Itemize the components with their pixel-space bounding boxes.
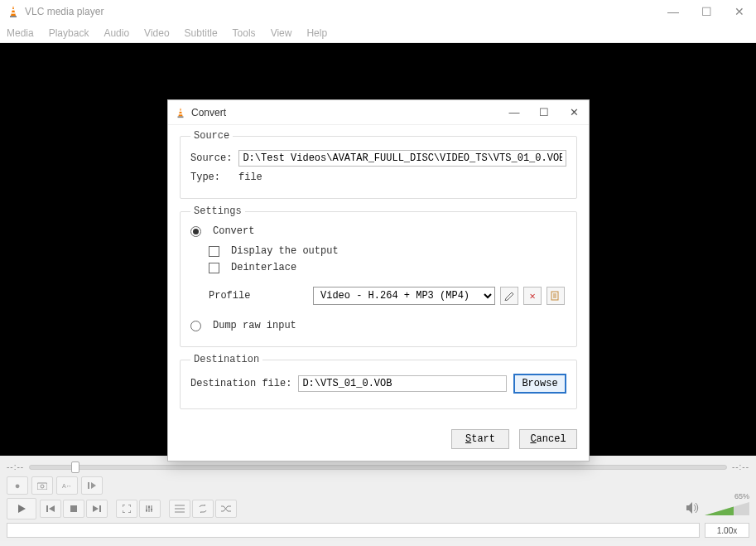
menu-audio[interactable]: Audio: [104, 27, 129, 39]
svg-rect-16: [148, 506, 150, 508]
next-button[interactable]: [86, 500, 108, 518]
source-label: Source:: [190, 152, 232, 164]
speaker-icon[interactable]: [686, 502, 700, 516]
new-profile-button[interactable]: [547, 287, 565, 305]
destination-input[interactable]: [298, 375, 507, 392]
browse-button[interactable]: Browse: [513, 374, 566, 394]
dialog-title: Convert: [191, 107, 499, 118]
main-close-button[interactable]: ✕: [723, 0, 756, 23]
destination-legend: Destination: [190, 354, 262, 365]
record-button[interactable]: ●: [7, 476, 28, 495]
dump-raw-label: Dump raw input: [213, 320, 296, 331]
vlc-cone-icon: [7, 5, 20, 18]
ext-settings-button[interactable]: [139, 500, 161, 518]
menu-help[interactable]: Help: [306, 27, 327, 39]
delete-profile-button[interactable]: ✕: [523, 287, 542, 305]
svg-rect-12: [70, 505, 77, 512]
playlist-button[interactable]: [169, 500, 190, 518]
dialog-minimize-button[interactable]: —: [499, 100, 529, 124]
svg-rect-1: [10, 16, 17, 17]
dialog-titlebar[interactable]: Convert — ☐ ✕: [168, 100, 589, 125]
prev-button[interactable]: [40, 500, 61, 518]
convert-radio-label: Convert: [213, 225, 254, 237]
svg-marker-8: [91, 482, 96, 489]
svg-marker-0: [11, 6, 16, 16]
profile-label: Profile: [209, 290, 308, 302]
svg-marker-18: [686, 502, 692, 514]
source-input[interactable]: [238, 150, 566, 167]
menu-tools[interactable]: Tools: [233, 27, 256, 39]
svg-text:A↔B: A↔B: [62, 483, 72, 489]
cancel-button[interactable]: Cancel: [519, 429, 577, 449]
svg-marker-13: [93, 505, 99, 512]
volume-slider[interactable]: 65%: [705, 500, 749, 517]
convert-dialog: Convert — ☐ ✕ Source Source: Type: file …: [167, 99, 590, 461]
svg-marker-21: [178, 107, 182, 116]
menubar: Media Playback Audio Video Subtitle Tool…: [0, 23, 756, 43]
atob-loop-button[interactable]: A↔B: [56, 476, 78, 495]
settings-group: Settings Convert Display the output Dein…: [180, 205, 577, 347]
menu-view[interactable]: View: [271, 27, 292, 39]
svg-rect-17: [151, 509, 152, 510]
frame-step-button[interactable]: [81, 476, 103, 495]
svg-marker-9: [18, 505, 26, 513]
time-elapsed: --:--: [7, 462, 24, 471]
dialog-close-button[interactable]: ✕: [559, 100, 589, 124]
svg-rect-24: [179, 113, 182, 114]
volume-percent: 65%: [734, 492, 749, 500]
deinterlace-checkbox[interactable]: [209, 263, 219, 273]
svg-rect-2: [12, 9, 15, 11]
type-value: file: [238, 172, 262, 183]
main-minimize-button[interactable]: —: [657, 0, 690, 23]
profile-select[interactable]: Video - H.264 + MP3 (MP4): [313, 287, 495, 305]
loop-button[interactable]: [192, 500, 214, 518]
destination-group: Destination Destination file: Browse: [180, 354, 577, 409]
menu-video[interactable]: Video: [144, 27, 169, 39]
display-output-checkbox[interactable]: [209, 246, 219, 257]
display-output-label: Display the output: [231, 245, 339, 257]
app-title: VLC media player: [25, 6, 657, 17]
vlc-cone-icon: [175, 107, 186, 118]
settings-legend: Settings: [190, 205, 245, 217]
main-maximize-button[interactable]: ☐: [690, 0, 723, 23]
edit-profile-button[interactable]: [500, 287, 518, 305]
main-titlebar: VLC media player — ☐ ✕: [0, 0, 756, 23]
svg-marker-20: [705, 507, 734, 515]
svg-rect-23: [179, 110, 181, 111]
start-button[interactable]: Start: [451, 429, 509, 449]
convert-radio[interactable]: [190, 226, 201, 237]
destination-label: Destination file:: [190, 378, 291, 389]
menu-playback[interactable]: Playback: [49, 27, 89, 39]
source-group: Source Source: Type: file: [180, 130, 577, 199]
source-legend: Source: [190, 130, 233, 142]
fullscreen-button[interactable]: [116, 500, 137, 518]
play-button[interactable]: [7, 498, 36, 519]
svg-marker-11: [49, 505, 55, 512]
status-bar: [7, 523, 700, 538]
seek-slider[interactable]: [29, 465, 727, 470]
svg-rect-15: [146, 510, 147, 511]
menu-media[interactable]: Media: [7, 27, 34, 39]
dialog-maximize-button[interactable]: ☐: [529, 100, 559, 124]
time-total: --:--: [732, 462, 749, 471]
svg-rect-14: [99, 505, 101, 512]
svg-rect-22: [178, 116, 184, 118]
svg-rect-7: [88, 482, 89, 489]
stop-button[interactable]: [63, 500, 84, 518]
snapshot-button[interactable]: [31, 476, 53, 495]
dump-raw-radio[interactable]: [190, 321, 201, 331]
playback-speed[interactable]: 1.00x: [705, 523, 749, 538]
menu-subtitle[interactable]: Subtitle: [185, 27, 218, 39]
deinterlace-label: Deinterlace: [231, 262, 296, 273]
svg-rect-3: [12, 12, 16, 14]
svg-rect-4: [37, 483, 47, 490]
svg-point-5: [41, 485, 44, 488]
shuffle-button[interactable]: [215, 500, 237, 518]
svg-rect-10: [46, 505, 48, 512]
type-label: Type:: [190, 172, 232, 183]
